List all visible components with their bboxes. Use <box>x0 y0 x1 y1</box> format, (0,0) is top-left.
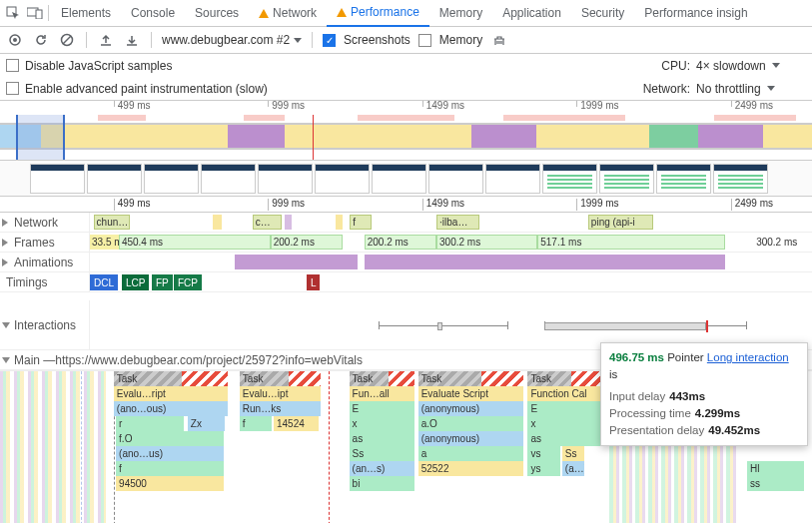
frame-seg[interactable]: 200.2 ms <box>365 235 436 250</box>
upload-icon[interactable] <box>97 31 115 49</box>
cpu-throttle-select[interactable]: 4× slowdown <box>696 59 806 73</box>
flame-cell[interactable]: (ano…ous) <box>114 401 228 416</box>
flame-cell[interactable]: Evalu…ipt <box>240 386 321 401</box>
tab-network[interactable]: Network <box>249 0 327 27</box>
flame-cell[interactable]: f.O <box>116 431 224 446</box>
flame-cell[interactable]: Function Cal <box>527 386 600 401</box>
tab-performance-insights[interactable]: Performance insigh <box>634 0 757 27</box>
tab-console[interactable]: Console <box>121 0 185 27</box>
flame-cell[interactable]: bi <box>350 476 414 491</box>
frame-seg[interactable]: 300.2 ms <box>436 235 537 250</box>
flame-cell[interactable]: as <box>527 431 600 446</box>
network-track[interactable]: Network chun… c… f ·ilba… ping (api-i <box>0 213 812 233</box>
flame-cell[interactable]: vs <box>527 446 560 461</box>
flame-cell[interactable]: 14524 <box>274 416 319 431</box>
network-item[interactable]: c… <box>253 215 282 230</box>
flame-cell[interactable]: Fun…all <box>350 386 414 401</box>
track-label-interactions[interactable]: Interactions <box>0 300 90 349</box>
timings-track[interactable]: Timings DCL LCP FP FCP L <box>0 272 812 292</box>
screenshot-thumb[interactable] <box>485 164 540 194</box>
network-item[interactable]: f <box>350 215 372 230</box>
tab-elements[interactable]: Elements <box>51 0 121 27</box>
flame-cell[interactable]: Zx <box>188 416 226 431</box>
timing-load[interactable]: L <box>307 274 321 290</box>
timeline-overview[interactable]: 499 ms 999 ms 1499 ms 1999 ms 2499 ms <box>0 101 812 161</box>
flame-cell[interactable]: (ano…us) <box>116 446 224 461</box>
flame-cell[interactable]: Ss <box>350 446 414 461</box>
flame-cell[interactable]: 94500 <box>116 476 224 491</box>
flame-cell[interactable]: a <box>418 446 524 461</box>
screenshot-thumb[interactable] <box>201 164 256 194</box>
network-item[interactable]: chun… <box>94 215 130 230</box>
frame-seg[interactable]: 33.5 ms <box>90 235 119 250</box>
flame-cell[interactable]: 52522 <box>418 461 524 476</box>
flame-cell[interactable]: Evalu…ript <box>114 386 228 401</box>
recording-selector[interactable]: www.debugbear.com #2 <box>162 33 302 47</box>
interaction-whisker[interactable] <box>544 320 746 330</box>
timing-lcp[interactable]: LCP <box>122 274 149 290</box>
frame-seg[interactable]: 517.1 ms <box>537 235 725 250</box>
flame-cell[interactable]: a.O <box>418 416 524 431</box>
flame-task[interactable]: Task <box>418 371 524 386</box>
screenshot-thumb[interactable] <box>372 164 426 194</box>
flame-task[interactable]: Task <box>527 371 600 386</box>
network-item[interactable]: ping (api-i <box>588 215 653 230</box>
inspect-icon[interactable] <box>2 2 24 24</box>
screenshot-filmstrip[interactable] <box>0 161 812 197</box>
flame-cell[interactable]: E <box>527 401 600 416</box>
flame-cell[interactable]: (a…) <box>562 461 584 476</box>
reload-record-button[interactable] <box>32 31 50 49</box>
screenshot-thumb[interactable] <box>87 164 142 194</box>
timing-fp[interactable]: FP <box>152 274 173 290</box>
tab-sources[interactable]: Sources <box>185 0 249 27</box>
screenshot-thumb[interactable] <box>30 164 85 194</box>
flame-cell[interactable]: (anonymous) <box>418 431 524 446</box>
flame-cell[interactable]: (anonymous) <box>418 401 524 416</box>
tooltip-link[interactable]: Long interaction <box>707 351 789 363</box>
animations-track[interactable]: Animations <box>0 253 812 272</box>
timing-fcp[interactable]: FCP <box>174 274 202 290</box>
flame-cell[interactable]: f <box>116 461 224 476</box>
tab-memory[interactable]: Memory <box>429 0 492 27</box>
screenshot-thumb[interactable] <box>258 164 313 194</box>
track-label-network[interactable]: Network <box>0 213 90 232</box>
flame-cell[interactable]: x <box>527 416 600 431</box>
screenshot-thumb[interactable] <box>144 164 199 194</box>
track-label-animations[interactable]: Animations <box>0 253 90 271</box>
frame-seg[interactable]: 300.2 ms <box>754 235 812 250</box>
flame-cell[interactable]: ys <box>527 461 560 476</box>
flame-cell[interactable]: as <box>350 431 414 446</box>
frame-seg[interactable]: 200.2 ms <box>271 235 343 250</box>
flame-cell[interactable]: x <box>350 416 414 431</box>
interaction-whisker[interactable] <box>379 320 508 330</box>
flame-cell[interactable]: (an…s) <box>350 461 414 476</box>
frame-seg[interactable]: 450.4 ms <box>119 235 271 250</box>
flame-cell[interactable]: ss <box>747 476 804 491</box>
network-throttle-select[interactable]: No throttling <box>696 82 806 96</box>
flame-task[interactable]: Task <box>350 371 414 386</box>
download-icon[interactable] <box>123 31 141 49</box>
tab-security[interactable]: Security <box>571 0 634 27</box>
screenshot-thumb[interactable] <box>542 164 597 194</box>
screenshot-thumb[interactable] <box>315 164 370 194</box>
screenshot-thumb[interactable] <box>428 164 483 194</box>
clear-button[interactable] <box>58 31 76 49</box>
tab-performance[interactable]: Performance <box>327 0 429 27</box>
memory-checkbox[interactable] <box>418 34 431 47</box>
record-button[interactable] <box>6 31 24 49</box>
flame-cell[interactable]: E <box>350 401 414 416</box>
flame-cell[interactable]: Ss <box>562 446 584 461</box>
animation-seg[interactable] <box>365 255 726 269</box>
device-toggle-icon[interactable] <box>24 2 46 24</box>
flame-task[interactable]: Task <box>240 371 321 386</box>
disable-js-checkbox[interactable] <box>6 59 19 72</box>
flame-cell[interactable]: r <box>116 416 184 431</box>
screenshot-thumb[interactable] <box>599 164 654 194</box>
flame-cell[interactable]: Run…ks <box>240 401 321 416</box>
network-item[interactable] <box>285 215 292 230</box>
garbage-collect-icon[interactable] <box>490 31 508 49</box>
screenshot-thumb[interactable] <box>656 164 711 194</box>
track-label-frames[interactable]: Frames <box>0 233 90 252</box>
paint-instr-checkbox[interactable] <box>6 82 19 95</box>
animation-seg[interactable] <box>235 255 358 269</box>
